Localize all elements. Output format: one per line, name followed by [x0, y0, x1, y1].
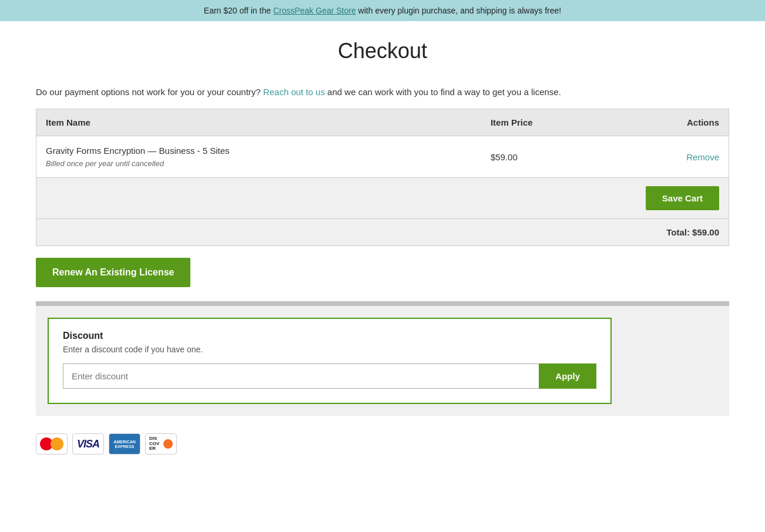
item-billing: Billed once per year until cancelled — [46, 159, 472, 168]
payment-icons: VISA AMERICAN EXPRESS DISCOVER — [36, 433, 729, 454]
total-cell: Total: $59.00 — [36, 219, 729, 246]
section-divider — [36, 301, 729, 306]
save-cart-row: Save Cart — [36, 178, 729, 219]
amex-icon: AMERICAN EXPRESS — [109, 433, 140, 454]
table-header-row: Item Name Item Price Actions — [36, 109, 729, 136]
payment-note: Do our payment options not work for you … — [36, 87, 729, 97]
total-row: Total: $59.00 — [36, 219, 729, 246]
save-cart-button[interactable]: Save Cart — [646, 186, 719, 210]
col-header-item-name: Item Name — [36, 109, 481, 136]
renew-license-button[interactable]: Renew An Existing License — [36, 258, 190, 287]
discount-box: Discount Enter a discount code if you ha… — [48, 318, 612, 404]
discount-subtitle: Enter a discount code if you have one. — [63, 345, 596, 354]
item-name-cell: Gravity Forms Encryption — Business - 5 … — [36, 136, 481, 178]
item-actions-cell: Remove — [615, 136, 729, 178]
discount-input-row: Apply — [63, 363, 596, 389]
banner-text-before: Earn $20 off in the — [204, 6, 273, 15]
visa-icon: VISA — [72, 433, 104, 454]
mc-right-circle — [51, 437, 63, 450]
item-price: $59.00 — [491, 152, 518, 162]
save-cart-cell: Save Cart — [36, 178, 729, 219]
item-name: Gravity Forms Encryption — Business - 5 … — [46, 146, 472, 156]
discount-input[interactable] — [63, 363, 539, 389]
discount-section: Discount Enter a discount code if you ha… — [36, 306, 729, 416]
gear-store-link[interactable]: CrossPeak Gear Store — [273, 6, 356, 15]
reach-out-link[interactable]: Reach out to us — [263, 87, 325, 97]
discount-title: Discount — [63, 331, 596, 341]
col-header-item-price: Item Price — [481, 109, 615, 136]
item-price-cell: $59.00 — [481, 136, 615, 178]
page-title: Checkout — [36, 39, 729, 63]
discover-icon: DISCOVER — [145, 433, 177, 454]
col-header-actions: Actions — [615, 109, 729, 136]
promo-banner: Earn $20 off in the CrossPeak Gear Store… — [0, 0, 765, 21]
main-content: Checkout Do our payment options not work… — [18, 21, 747, 478]
table-row: Gravity Forms Encryption — Business - 5 … — [36, 136, 729, 178]
payment-note-before: Do our payment options not work for you … — [36, 87, 263, 97]
cart-table: Item Name Item Price Actions Gravity For… — [36, 109, 729, 246]
remove-item-link[interactable]: Remove — [686, 152, 719, 162]
banner-text-after: with every plugin purchase, and shipping… — [356, 6, 561, 15]
apply-discount-button[interactable]: Apply — [539, 363, 596, 389]
mastercard-icon — [36, 433, 68, 454]
payment-note-after: and we can work with you to find a way t… — [325, 87, 561, 97]
